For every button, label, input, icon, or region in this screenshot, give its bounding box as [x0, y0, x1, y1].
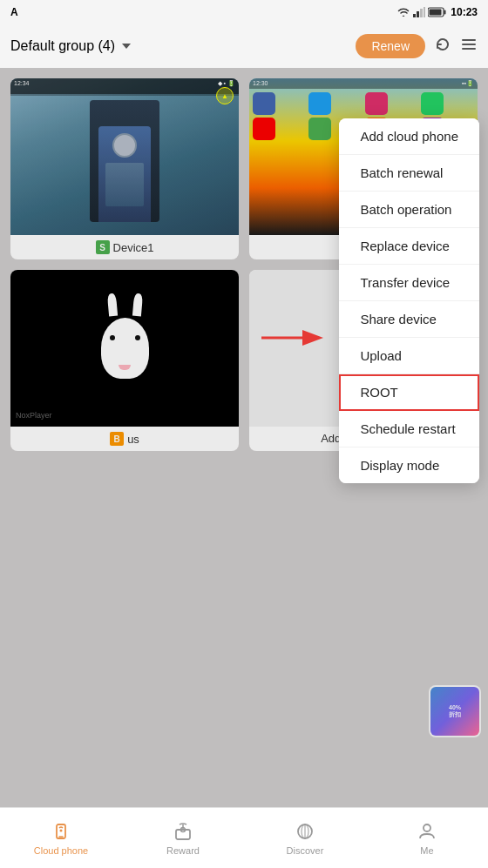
svg-rect-3 [424, 7, 425, 17]
discover-icon [295, 821, 315, 842]
menu-item-root[interactable]: ROOT [339, 374, 479, 411]
nav-cloud-phone-label: Cloud phone [34, 845, 88, 856]
menu-item-batch-renewal[interactable]: Batch renewal [339, 155, 479, 192]
status-bar: A 10:23 [0, 0, 488, 24]
svg-rect-0 [413, 14, 416, 17]
status-icons [396, 7, 447, 17]
app-label: A [10, 6, 18, 18]
menu-item-transfer-device[interactable]: Transfer device [339, 265, 479, 301]
menu-item-share-device[interactable]: Share device [339, 301, 479, 338]
svg-rect-9 [462, 48, 476, 50]
group-dropdown-icon[interactable] [122, 44, 131, 49]
nav-discover[interactable]: Discover [244, 808, 366, 868]
menu-button[interactable] [460, 36, 478, 57]
nav-reward-label: Reward [166, 845, 200, 856]
svg-rect-5 [444, 10, 446, 15]
svg-point-20 [424, 824, 430, 831]
signal-icon [413, 7, 425, 17]
svg-rect-1 [417, 11, 419, 17]
nav-me[interactable]: Me [366, 808, 488, 868]
reward-icon [173, 821, 193, 842]
svg-rect-2 [420, 9, 423, 17]
arrow-pointer [261, 320, 331, 362]
nav-me-label: Me [420, 845, 433, 856]
group-title-text: Default group (4) [10, 38, 115, 54]
svg-rect-15 [176, 830, 190, 839]
menu-item-upload[interactable]: Upload [339, 338, 479, 374]
battery-icon [428, 7, 447, 17]
top-bar: Default group (4) Renew [0, 24, 488, 68]
group-title: Default group (4) [10, 38, 131, 54]
menu-item-schedule-restart[interactable]: Schedule restart [339, 411, 479, 447]
menu-item-batch-operation[interactable]: Batch operation [339, 192, 479, 228]
status-right: 10:23 [396, 6, 478, 18]
svg-point-14 [60, 829, 63, 831]
nav-cloud-phone[interactable]: Cloud phone [0, 808, 122, 868]
time-display: 10:23 [451, 6, 478, 18]
wifi-icon [396, 7, 410, 17]
menu-item-replace-device[interactable]: Replace device [339, 228, 479, 265]
bottom-nav: Cloud phone Reward Discover Me [0, 807, 488, 868]
dropdown-menu: Add cloud phone Batch renewal Batch oper… [339, 118, 479, 483]
svg-rect-7 [462, 39, 476, 41]
refresh-button[interactable] [434, 36, 451, 57]
hamburger-icon [460, 36, 478, 53]
renew-button[interactable]: Renew [356, 34, 425, 58]
refresh-icon [434, 36, 451, 53]
me-icon [417, 821, 437, 842]
nav-discover-label: Discover [287, 845, 324, 856]
menu-item-add-cloud-phone[interactable]: Add cloud phone [339, 118, 479, 155]
svg-rect-8 [462, 44, 476, 45]
cloud-phone-icon [51, 821, 71, 842]
nav-reward[interactable]: Reward [122, 808, 244, 868]
top-bar-actions: Renew [356, 34, 478, 58]
svg-rect-6 [430, 10, 442, 16]
menu-item-display-mode[interactable]: Display mode [339, 447, 479, 483]
